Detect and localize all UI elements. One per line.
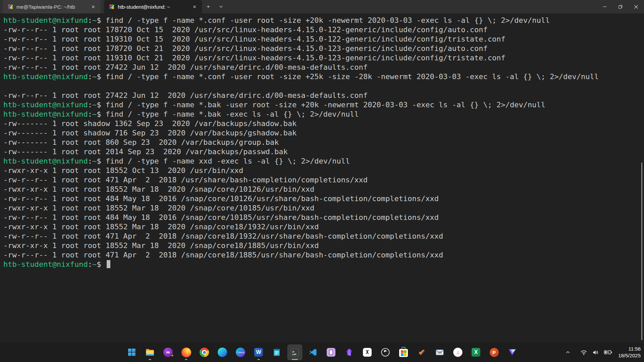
taskbar-chrome-button[interactable] (197, 345, 212, 360)
terminal-line: htb-student@nixfund:~$ find / -type f -n… (3, 72, 644, 81)
terminal-line: -rw-r--r-- 1 root root 119310 Oct 15 202… (3, 35, 644, 44)
terminal-line: -rwxr-xr-x 1 root root 18552 Mar 18 2020… (3, 241, 644, 250)
terminal-line: -rwxr-xr-x 1 root root 18552 Oct 13 2020… (3, 166, 644, 175)
tab-distro-icon (109, 4, 115, 10)
wifi-icon (580, 349, 587, 356)
window-controls (597, 0, 644, 13)
excel-icon: X (472, 348, 480, 357)
tray-date: 18/5/2025 (618, 352, 641, 359)
terminal-line: htb-student@nixfund:~$ find / -type f -n… (3, 16, 644, 25)
battery-button[interactable] (601, 346, 615, 359)
taskbar-phone-link-button[interactable] (324, 345, 338, 360)
chrome-icon (200, 348, 209, 357)
new-tab-button[interactable]: + (202, 0, 215, 13)
taskbar-notepad-button[interactable] (269, 345, 284, 360)
terminal-line: -rw-r--r-- 1 root root 471 Apr 2 2018 /u… (3, 175, 644, 185)
powerpoint-icon: P (490, 348, 499, 357)
taskbar-edge-button[interactable] (215, 345, 230, 360)
terminal-line: htb-student@nixfund:~$ (3, 260, 644, 269)
taskbar-capcut-button[interactable]: X (360, 345, 375, 360)
terminal-line: -rw------- 1 root shadow 716 Sep 23 2020… (3, 128, 644, 138)
taskbar-obs-studio-button[interactable] (378, 345, 393, 360)
terminal-icon: >_ (290, 348, 300, 357)
taskbar-canva-button[interactable]: Canva (233, 345, 248, 360)
terminal-line: -rw-r--r-- 1 root root 471 Apr 2 2018 /s… (3, 250, 644, 260)
terminal-line: -rw------- 1 root root 860 Sep 23 2020 /… (3, 138, 644, 147)
taskbar-mail-button[interactable] (432, 345, 447, 360)
terminal-line: htb-student@nixfund:~$ find / -type f -n… (3, 110, 644, 119)
running-indicator (258, 359, 260, 360)
terminal-line: -rwxr-xr-x 1 root root 18552 Mar 18 2020… (3, 203, 644, 213)
terminal-scrollbar[interactable] (641, 163, 642, 340)
terminal-line: -rw-r--r-- 1 root root 27422 Jun 12 2020… (3, 63, 644, 72)
minimize-button[interactable] (597, 0, 612, 13)
edge-icon (218, 348, 227, 357)
word-icon: W (254, 348, 263, 357)
capcut-icon: X (363, 348, 372, 357)
volume-icon (592, 349, 599, 356)
tab-title: htb-student@nixfund: ~ (118, 4, 187, 10)
file-explorer-icon (145, 348, 155, 357)
taskbar-terminal-button[interactable]: >_ (287, 345, 302, 360)
terminal-line: -rw-r--r-- 1 root root 471 Apr 2 2018 /s… (3, 232, 644, 241)
restore-icon (618, 5, 623, 9)
chevron-down-icon (219, 5, 223, 9)
taskbar-ms-store-button[interactable] (396, 345, 411, 360)
protonvpn-icon (507, 348, 517, 357)
titlebar: me@Tapiwamla-PC: ~/htb ✕ htb-student@nix… (0, 0, 644, 13)
canva-icon: Canva (236, 348, 245, 357)
taskbar-excel-button[interactable]: X (469, 345, 483, 360)
taskbar-icons: ∞CanvaW>_X✔♫XP (124, 343, 520, 362)
tab-close-icon[interactable]: ✕ (89, 3, 97, 11)
minimize-icon (603, 5, 607, 9)
taskbar-powerpoint-button[interactable]: P (487, 345, 501, 360)
tray-overflow-button[interactable] (562, 346, 573, 359)
obs-studio-icon (381, 348, 390, 357)
taskbar-vscode-button[interactable] (306, 345, 320, 360)
tab-dropdown-button[interactable] (215, 0, 227, 13)
terminal-line: -rw-r--r-- 1 root root 484 May 18 2016 /… (3, 213, 644, 222)
terminal-line: htb-student@nixfund:~$ find / -type f -n… (3, 157, 644, 166)
taskbar-protonvpn-button[interactable] (505, 345, 520, 360)
svg-text:>_: >_ (292, 350, 297, 354)
taskbar-infinity-app-button[interactable]: ∞ (161, 345, 175, 360)
volume-button[interactable] (590, 346, 601, 359)
vscode-icon (309, 348, 317, 357)
tab-title: me@Tapiwamla-PC: ~/htb (16, 4, 86, 10)
itunes-icon: ♫ (453, 348, 463, 357)
tab-me-tapiwamla-pc[interactable]: me@Tapiwamla-PC: ~/htb ✕ (3, 0, 101, 13)
chevron-up-icon (565, 349, 571, 355)
terminal-body[interactable]: htb-student@nixfund:~$ find / -type f -n… (0, 13, 644, 343)
firefox-icon (181, 348, 191, 357)
tab-close-icon[interactable]: ✕ (191, 3, 199, 11)
tab-distro-icon (7, 4, 13, 10)
tab-htb-student-nixfund[interactable]: htb-student@nixfund: ~ ✕ (104, 0, 202, 13)
running-indicator (292, 359, 298, 360)
terminal-line (3, 81, 644, 91)
terminal-line: -rwxr-xr-x 1 root root 18552 Mar 18 2020… (3, 185, 644, 194)
taskbar-start-button[interactable] (124, 345, 139, 360)
close-icon (634, 5, 638, 9)
system-tray: 11:56 18/5/2025 (562, 343, 641, 362)
terminal-line: -rw------- 1 root root 2014 Sep 23 2020 … (3, 147, 644, 157)
obsidian-icon (345, 348, 354, 357)
battery-charging-icon (604, 349, 612, 356)
taskbar-firefox-button[interactable] (179, 345, 194, 360)
clock[interactable]: 11:56 18/5/2025 (618, 346, 641, 359)
ms-store-icon (399, 348, 408, 357)
taskbar-file-explorer-button[interactable] (143, 345, 157, 360)
start-icon (127, 348, 136, 357)
taskbar-itunes-button[interactable]: ♫ (450, 345, 465, 360)
running-indicator (149, 359, 151, 360)
close-button[interactable] (628, 0, 644, 13)
taskbar-obsidian-button[interactable] (342, 345, 357, 360)
tray-time: 11:56 (618, 346, 641, 352)
notepad-icon (272, 348, 281, 357)
taskbar-word-button[interactable]: W (251, 345, 266, 360)
taskbar-check-app-button[interactable]: ✔ (414, 345, 429, 360)
mail-icon (435, 348, 444, 357)
restore-button[interactable] (612, 0, 628, 13)
terminal-line: -rw-r--r-- 1 root root 27422 Jun 12 2020… (3, 91, 644, 100)
wifi-button[interactable] (578, 346, 590, 359)
terminal-line: -rwxr-xr-x 1 root root 18552 Mar 18 2020… (3, 222, 644, 232)
